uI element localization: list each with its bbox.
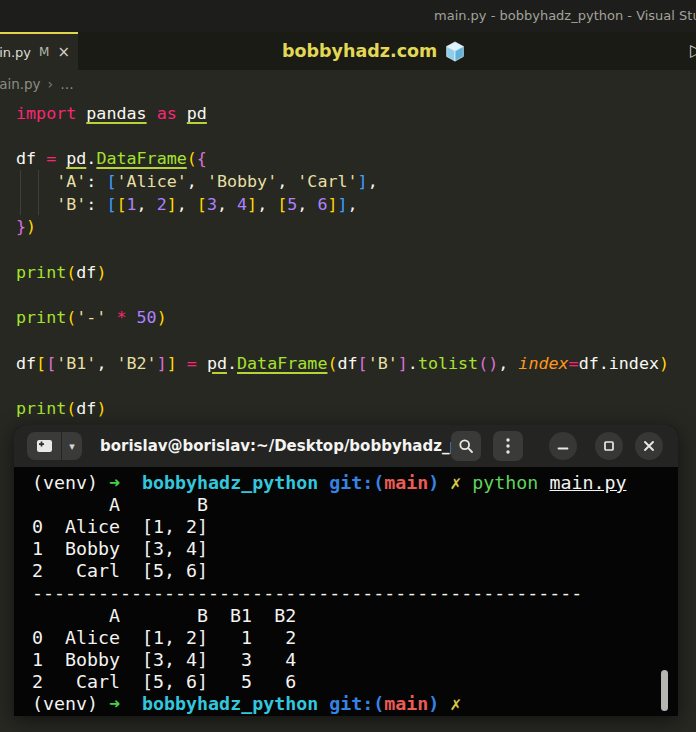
new-tab-button[interactable] xyxy=(27,432,61,460)
tab-main-py[interactable]: main.py M × xyxy=(0,32,78,70)
code-segment: pd xyxy=(66,148,86,168)
maximize-button[interactable] xyxy=(595,432,623,460)
code-segment: 4 xyxy=(237,194,247,214)
terminal-segment: 2 Carl [5, 6] 5 6 xyxy=(32,671,296,692)
code-segment: ] xyxy=(338,194,348,214)
code-segment: , xyxy=(177,194,197,214)
code-line: 'B': [[1, 2], [3, 4], [5, 6]], xyxy=(16,193,696,216)
terminal-line: A B B1 B2 xyxy=(32,605,678,627)
ice-cube-icon xyxy=(445,41,465,62)
code-line xyxy=(16,284,696,307)
code-segment xyxy=(197,353,207,373)
site-title: bobbyhadz.com xyxy=(282,32,465,70)
terminal-new-tab-icon xyxy=(36,439,53,453)
code-segment: = xyxy=(46,148,56,168)
code-segment: pd xyxy=(207,353,227,373)
code-line: print('-' * 50) xyxy=(16,306,696,329)
terminal-segment: main.py xyxy=(549,472,626,493)
code-segment: 'A' xyxy=(56,171,86,191)
close-button[interactable] xyxy=(635,432,663,460)
code-line xyxy=(16,125,696,148)
terminal-segment: 1 Bobby [3, 4] 3 4 xyxy=(32,649,296,670)
code-segment: ) xyxy=(96,262,106,282)
terminal-segment: A B B1 B2 xyxy=(32,605,296,626)
code-segment: 'B' xyxy=(56,194,86,214)
code-segment: : xyxy=(86,194,106,214)
code-segment xyxy=(177,353,187,373)
terminal-segment: bobbyhadz_python xyxy=(142,472,318,493)
code-segment: 'Alice' xyxy=(116,171,186,191)
code-segment: ( xyxy=(66,262,76,282)
terminal-segment: 1 Bobby [3, 4] xyxy=(32,538,208,559)
terminal-line: 1 Bobby [3, 4] xyxy=(32,538,678,560)
code-segment: () xyxy=(478,353,498,373)
code-segment: ] xyxy=(167,353,177,373)
code-area[interactable]: import pandas as pd df = pd.DataFrame({ … xyxy=(0,98,696,420)
code-segment xyxy=(177,103,187,123)
code-segment: df.index xyxy=(579,353,659,373)
new-tab-dropdown-button[interactable]: ▾ xyxy=(62,432,82,460)
terminal-titlebar[interactable]: ▾ borislav@borislav:~/Desktop/bobbyhadz_… xyxy=(14,425,678,467)
code-line: 'A': ['Alice', 'Bobby', 'Carl'], xyxy=(16,170,696,193)
code-segment: , xyxy=(297,194,317,214)
terminal-scrollbar[interactable] xyxy=(661,670,668,711)
code-segment: [ xyxy=(358,353,368,373)
terminal-line: (venv) ➜ bobbyhadz_python git:(main) ✗ p… xyxy=(32,472,678,494)
code-segment: ( xyxy=(327,353,337,373)
minimize-icon xyxy=(557,440,569,452)
code-segment: ( xyxy=(66,307,76,327)
code-segment: ] xyxy=(327,194,337,214)
code-line: df[['B1', 'B2']] = pd.DataFrame(df['B'].… xyxy=(16,352,696,375)
code-segment: ] xyxy=(157,353,167,373)
code-segment xyxy=(106,307,116,327)
code-segment: import xyxy=(16,103,76,123)
terminal-line: ----------------------------------------… xyxy=(32,582,678,604)
terminal-body[interactable]: (venv) ➜ bobbyhadz_python git:(main) ✗ p… xyxy=(14,467,678,715)
run-file-button[interactable]: ▷ xyxy=(690,40,696,60)
terminal-line: 2 Carl [5, 6] 5 6 xyxy=(32,671,678,693)
terminal-segment xyxy=(439,693,450,714)
terminal-segment xyxy=(461,472,472,493)
code-segment: , xyxy=(137,194,157,214)
menu-button[interactable] xyxy=(493,431,523,461)
code-segment: 'Bobby' xyxy=(207,171,277,191)
code-segment: pd xyxy=(187,103,207,123)
code-segment: 'B' xyxy=(368,353,398,373)
new-tab-combo: ▾ xyxy=(27,432,82,460)
breadcrumb-file: main.py xyxy=(0,76,41,92)
code-line: df = pd.DataFrame({ xyxy=(16,147,696,170)
code-segment xyxy=(16,194,56,214)
code-segment: * xyxy=(116,307,126,327)
code-segment: ] xyxy=(398,353,408,373)
breadcrumb[interactable]: main.py › … xyxy=(0,70,74,98)
minimize-button[interactable] xyxy=(549,432,577,460)
code-segment xyxy=(76,103,86,123)
code-segment: DataFrame xyxy=(96,148,186,168)
code-segment: df xyxy=(16,148,46,168)
search-button[interactable] xyxy=(451,431,481,461)
code-segment: df xyxy=(76,262,96,282)
maximize-icon xyxy=(603,440,615,452)
chevron-right-icon: › xyxy=(48,76,54,92)
terminal-segment: A B xyxy=(32,494,208,515)
code-segment: ] xyxy=(247,194,257,214)
terminal-line: A B xyxy=(32,494,678,516)
code-segment: '-' xyxy=(76,307,106,327)
terminal-segment: ✗ xyxy=(450,472,461,493)
code-segment: [ xyxy=(197,194,207,214)
play-icon: ▷ xyxy=(690,40,696,60)
code-line: print(df) xyxy=(16,261,696,284)
terminal-line: 1 Bobby [3, 4] 3 4 xyxy=(32,649,678,671)
code-segment: , xyxy=(257,194,277,214)
code-line xyxy=(16,238,696,261)
code-segment: print xyxy=(16,398,66,418)
code-segment: = xyxy=(569,353,579,373)
code-segment: , xyxy=(96,353,116,373)
code-segment xyxy=(127,307,137,327)
code-segment: ) xyxy=(96,398,106,418)
code-segment: print xyxy=(16,262,66,282)
code-segment: } xyxy=(16,216,26,236)
vertical-dots-menu-icon xyxy=(506,438,510,454)
tab-close-icon[interactable]: × xyxy=(57,43,70,61)
magnifier-icon xyxy=(458,438,474,454)
